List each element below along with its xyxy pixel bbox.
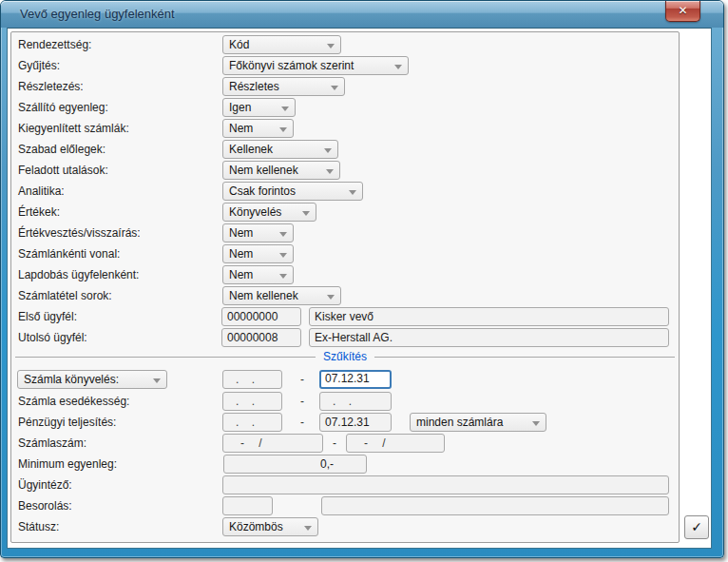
feladott-utalasok-label: Feladott utalások:: [18, 161, 108, 180]
penzugyi-teljesites-from-field[interactable]: . .: [222, 413, 282, 432]
minimum-egyenleg-label: Minimum egyenleg:: [18, 455, 117, 474]
chevron-down-icon: [153, 378, 161, 383]
check-icon: ✓: [691, 519, 702, 534]
gyujtes-select[interactable]: Főkönyvi számok szerint: [222, 56, 409, 75]
szamlankenti-vonal-select[interactable]: Nem: [222, 244, 294, 263]
dialog-window: Vevő egyenleg ügyfelenként ✕ Rendezettsé…: [0, 0, 724, 558]
szallito-egyenleg-label: Szállító egyenleg:: [18, 98, 108, 117]
ugyintezo-field[interactable]: [222, 475, 669, 494]
rendezettseg-select[interactable]: Kód: [222, 35, 341, 54]
utolso-ugyfel-name-field[interactable]: Ex-Herstall AG.: [309, 328, 669, 347]
besorolas-label: Besorolás:: [18, 496, 72, 515]
selected-value: Nem kellenek: [229, 289, 298, 302]
chevron-down-icon: [326, 169, 334, 174]
chevron-down-icon: [532, 421, 540, 426]
elso-ugyfel-code-field[interactable]: 00000000: [221, 307, 301, 326]
reszletezes-label: Részletezés:: [18, 77, 84, 96]
szamlatetel-sorok-select[interactable]: Nem kellenek: [222, 286, 341, 305]
rendezettseg-label: Rendezettség:: [18, 35, 91, 54]
range-dash: -: [327, 434, 342, 453]
selected-value: Közömbös: [229, 520, 283, 533]
selected-value: minden számlára: [416, 416, 503, 429]
szamlaszam-to-field[interactable]: - /: [346, 434, 445, 453]
szamlaszam-label: Számlaszám:: [18, 434, 86, 453]
ertekek-label: Értékek:: [18, 203, 60, 222]
gyujtes-label: Gyűjtés:: [18, 56, 60, 75]
selected-value: Igen: [229, 101, 251, 114]
section-legend: Szűkítés: [316, 350, 374, 363]
feladott-utalasok-select[interactable]: Nem kellenek: [222, 161, 340, 180]
selected-value: Részletes: [229, 80, 279, 93]
minimum-egyenleg-field[interactable]: 0,-: [223, 455, 367, 474]
szamla-konyveles-select[interactable]: Számla könyvelés:: [17, 370, 167, 389]
selected-value: Nem: [229, 226, 253, 240]
selected-value: Főkönyvi számok szerint: [229, 59, 354, 72]
ertekek-select[interactable]: Könyvelés: [222, 203, 316, 222]
selected-value: Számla könyvelés:: [24, 373, 119, 386]
dialog-client-area: Rendezettség: Kód Gyűjtés: Főkönyvi szám…: [7, 28, 712, 549]
selected-value: Nem: [229, 122, 253, 135]
szabad-elolegek-select[interactable]: Kellenek: [222, 140, 338, 159]
szamla-konyveles-from-field[interactable]: . .: [222, 370, 282, 389]
range-dash: -: [293, 392, 312, 411]
chevron-down-icon: [324, 148, 332, 153]
confirm-button[interactable]: ✓: [684, 515, 709, 539]
range-dash: -: [293, 413, 312, 432]
selected-value: Nem kellenek: [229, 164, 298, 177]
szamla-konyveles-to-field[interactable]: 07.12.31: [319, 370, 392, 389]
range-dash: -: [293, 370, 312, 389]
window-title: Vevő egyenleg ügyfelenként: [20, 7, 175, 21]
chevron-down-icon: [279, 127, 287, 132]
reszletezes-select[interactable]: Részletes: [222, 77, 345, 96]
title-bar[interactable]: Vevő egyenleg ügyfelenként: [1, 1, 723, 28]
szamla-esedekesseg-to-field[interactable]: . .: [319, 392, 392, 411]
szallito-egyenleg-select[interactable]: Igen: [222, 98, 296, 117]
selected-value: Könyvelés: [229, 205, 281, 219]
chevron-down-icon: [279, 232, 287, 237]
ugyintezo-label: Ügyintéző:: [18, 475, 72, 494]
statusz-select[interactable]: Közömbös: [222, 517, 318, 536]
penzugyi-teljesites-to-field[interactable]: 07.12.31: [319, 413, 392, 432]
utolso-ugyfel-code-field[interactable]: 00000008: [221, 328, 301, 347]
form-panel: Rendezettség: Kód Gyűjtés: Főkönyvi szám…: [10, 31, 680, 543]
szamlaszam-from-field[interactable]: - /: [222, 434, 323, 453]
close-icon: ✕: [678, 4, 687, 17]
ertekvesztes-visszairas-select[interactable]: Nem: [222, 223, 294, 242]
besorolas-name-field[interactable]: [321, 496, 669, 515]
close-button[interactable]: ✕: [665, 1, 700, 22]
chevron-down-icon: [281, 107, 289, 111]
besorolas-code-field[interactable]: [222, 496, 273, 515]
szamlankenti-vonal-label: Számlánkénti vonal:: [18, 244, 120, 263]
szamla-esedekesseg-label: Számla esedékesség:: [18, 392, 129, 411]
chevron-down-icon: [304, 526, 312, 531]
lapdobas-ugyfelenkent-select[interactable]: Nem: [222, 265, 294, 284]
penzugyi-teljesites-label: Pénzügyi teljesítés:: [18, 413, 116, 432]
chevron-down-icon: [279, 253, 287, 258]
analitika-label: Analitika:: [18, 182, 65, 201]
szamla-esedekesseg-from-field[interactable]: . .: [222, 392, 282, 411]
szamlatetel-sorok-label: Számlatétel sorok:: [18, 286, 112, 305]
selected-value: Kellenek: [229, 143, 273, 156]
statusz-label: Státusz:: [18, 517, 59, 536]
selected-value: Nem: [229, 247, 253, 261]
chevron-down-icon: [327, 295, 335, 300]
analitika-select[interactable]: Csak forintos: [222, 182, 363, 201]
lapdobas-ugyfelenkent-label: Lapdobás ügyfelenként:: [18, 265, 139, 284]
elso-ugyfel-name-field[interactable]: Kisker vevő: [309, 307, 669, 326]
selected-value: Nem: [229, 268, 253, 281]
chevron-down-icon: [327, 44, 335, 48]
kiegyenlitett-szamlak-select[interactable]: Nem: [222, 119, 294, 138]
selected-value: Csak forintos: [229, 184, 296, 198]
chevron-down-icon: [331, 86, 338, 90]
chevron-down-icon: [394, 65, 402, 69]
chevron-down-icon: [302, 211, 310, 216]
elso-ugyfel-label: Első ügyfél:: [18, 307, 77, 326]
utolso-ugyfel-label: Utolsó ügyfél:: [18, 328, 87, 347]
selected-value: Kód: [229, 38, 249, 51]
chevron-down-icon: [279, 274, 287, 279]
penzugyi-teljesites-scope-select[interactable]: minden számlára: [410, 413, 546, 432]
kiegyenlitett-szamlak-label: Kiegyenlített számlák:: [18, 119, 129, 138]
chevron-down-icon: [349, 190, 356, 195]
ertekvesztes-visszairas-label: Értékvesztés/visszaírás:: [18, 223, 141, 242]
szabad-elolegek-label: Szabad előlegek:: [18, 140, 105, 159]
